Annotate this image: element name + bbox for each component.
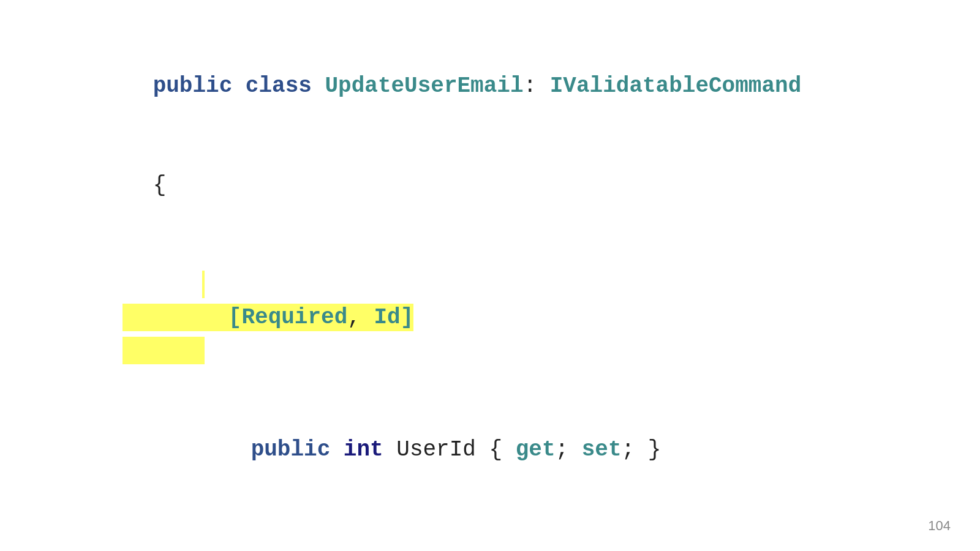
comma-1: , (347, 305, 374, 330)
annotation-required-id: [Required, Id] (123, 271, 413, 364)
kw-public-1: public (153, 73, 246, 99)
code-line-5 (74, 500, 907, 533)
code-line-6: [Required, EmailAddress] (123, 533, 907, 551)
semi-2: ; } (622, 437, 662, 462)
id-attr: Id (374, 305, 400, 330)
code-line-4: public int UserId { get; set; } (172, 400, 907, 500)
colon-1: : (524, 73, 550, 99)
bracket-open-1: [ (228, 305, 242, 330)
required-1: Required (241, 305, 347, 330)
kw-class: class (246, 73, 325, 99)
kw-get-1: get (516, 437, 556, 462)
interface-name: IValidatableCommand (550, 73, 801, 99)
bracket-close-1: ] (401, 305, 414, 330)
userid-text: UserId { (383, 437, 516, 462)
page-number: 104 (928, 518, 951, 534)
code-line-3: [Required, Id] (123, 235, 907, 400)
semi-1: ; (556, 437, 582, 462)
code-block: public class UpdateUserEmail: IValidatab… (74, 37, 907, 551)
class-name: UpdateUserEmail (325, 73, 523, 99)
brace-open: { (153, 173, 167, 198)
code-line-1: public class UpdateUserEmail: IValidatab… (74, 37, 907, 136)
kw-set-1: set (582, 437, 622, 462)
code-line-2: { (74, 136, 907, 235)
kw-public-2: public (251, 437, 344, 462)
kw-int: int (344, 437, 383, 462)
slide-content: public class UpdateUserEmail: IValidatab… (0, 0, 980, 551)
